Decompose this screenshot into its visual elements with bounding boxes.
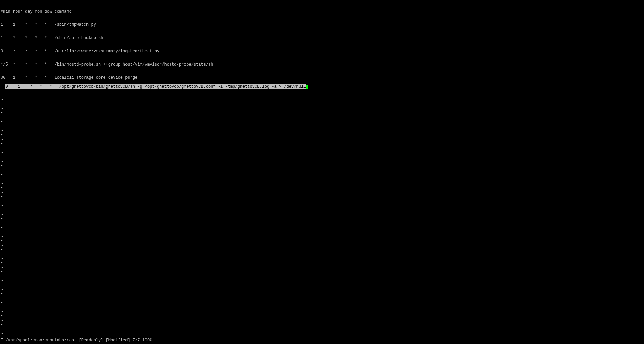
empty-line-tilde: ~ (1, 323, 644, 327)
empty-line-tilde: ~ (1, 239, 644, 243)
empty-line-tilde: ~ (1, 314, 644, 319)
empty-line-tilde: ~ (1, 292, 644, 296)
file-line: 00 1 * * * localcli storage core device … (1, 76, 644, 80)
empty-line-tilde: ~ (1, 332, 644, 336)
cursor (306, 85, 308, 89)
empty-line-tilde: ~ (1, 186, 644, 191)
empty-line-tilde: ~ (1, 283, 644, 288)
empty-line-tilde: ~ (1, 327, 644, 332)
empty-line-tilde: ~ (1, 155, 644, 160)
empty-line-tilde: ~ (1, 230, 644, 235)
empty-line-tilde: ~ (1, 252, 644, 257)
empty-line-tilde: ~ (1, 164, 644, 168)
empty-line-tilde: ~ (1, 168, 644, 173)
empty-line-tilde: ~ (1, 270, 644, 274)
file-line: 1 * * * * /sbin/auto-backup.sh (1, 36, 644, 40)
empty-line-tilde: ~ (1, 107, 644, 111)
file-line: */5 * * * * /bin/hostd-probe.sh ++group=… (1, 62, 644, 67)
empty-line-tilde: ~ (1, 208, 644, 213)
empty-line-tilde: ~ (1, 133, 644, 138)
file-line: #min hour day mon dow command (1, 10, 644, 14)
empty-line-tilde: ~ (1, 221, 644, 226)
file-line: 1 1 * * * /sbin/tmpwatch.py (1, 23, 644, 27)
empty-line-tilde: ~ (1, 257, 644, 261)
highlighted-text: 0 1 * * * /opt/ghettovcb/bin/ghettoVCB/s… (5, 84, 306, 89)
empty-line-tilde: ~ (1, 124, 644, 129)
empty-line-tilde: ~ (1, 301, 644, 305)
empty-line-tilde: ~ (1, 182, 644, 186)
empty-line-tilde: ~ (1, 138, 644, 142)
empty-line-tilde: ~ (1, 146, 644, 151)
empty-line-tilde: ~ (1, 226, 644, 230)
empty-line-tilde: ~ (1, 111, 644, 115)
empty-line-tilde: ~ (1, 93, 644, 98)
empty-line-tilde: ~ (1, 248, 644, 252)
empty-line-tilde: ~ (1, 310, 644, 314)
empty-line-tilde: ~ (1, 191, 644, 195)
empty-line-tilde: ~ (1, 120, 644, 124)
empty-line-tilde: ~ (1, 243, 644, 248)
status-bar: I /var/spool/cron/crontabs/root [Readonl… (1, 338, 152, 343)
empty-lines-container: ~~~~~~~~~~~~~~~~~~~~~~~~~~~~~~~~~~~~~~~~… (1, 93, 644, 336)
empty-line-tilde: ~ (1, 288, 644, 292)
current-line: 0 1 * * * /opt/ghettovcb/bin/ghettoVCB/s… (5, 85, 308, 89)
empty-line-tilde: ~ (1, 279, 644, 283)
empty-line-tilde: ~ (1, 319, 644, 323)
empty-line-tilde: ~ (1, 217, 644, 221)
file-line: 0 * * * * /usr/lib/vmware/vmksummary/log… (1, 49, 644, 54)
empty-line-tilde: ~ (1, 151, 644, 155)
empty-line-tilde: ~ (1, 261, 644, 266)
empty-line-tilde: ~ (1, 274, 644, 279)
empty-line-tilde: ~ (1, 213, 644, 217)
empty-line-tilde: ~ (1, 235, 644, 239)
empty-line-tilde: ~ (1, 296, 644, 301)
empty-line-tilde: ~ (1, 115, 644, 120)
empty-line-tilde: ~ (1, 195, 644, 199)
empty-line-tilde: ~ (1, 173, 644, 177)
empty-line-tilde: ~ (1, 199, 644, 204)
empty-line-tilde: ~ (1, 177, 644, 182)
empty-line-tilde: ~ (1, 266, 644, 270)
empty-line-tilde: ~ (1, 102, 644, 107)
empty-line-tilde: ~ (1, 129, 644, 133)
empty-line-tilde: ~ (1, 160, 644, 164)
empty-line-tilde: ~ (1, 305, 644, 310)
editor-content[interactable]: #min hour day mon dow command 1 1 * * * … (1, 1, 644, 341)
empty-line-tilde: ~ (1, 142, 644, 146)
empty-line-tilde: ~ (1, 204, 644, 208)
empty-line-tilde: ~ (1, 98, 644, 102)
